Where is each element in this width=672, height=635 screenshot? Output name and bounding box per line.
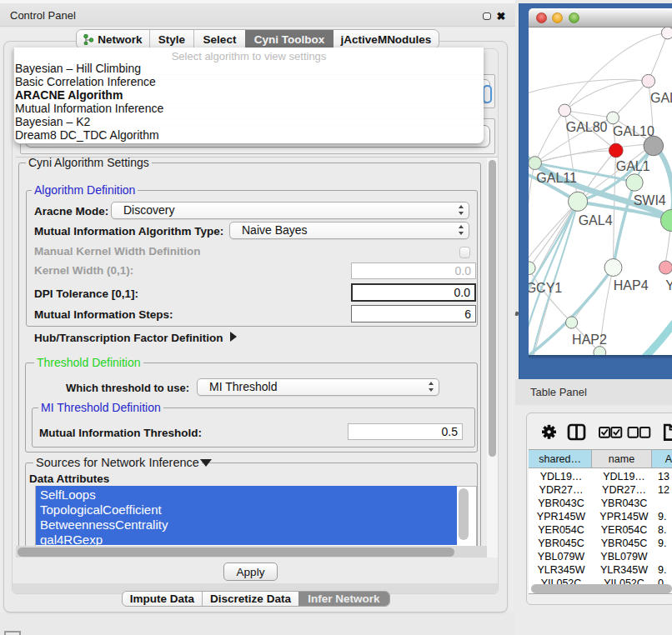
svg-text:GAL80: GAL80 [566, 120, 608, 134]
svg-text:GCY1: GCY1 [529, 281, 562, 295]
svg-text:GAL10: GAL10 [613, 124, 654, 138]
svg-text:GAL11: GAL11 [536, 171, 577, 185]
svg-text:HAP2: HAP2 [572, 332, 607, 347]
svg-text:SWI4: SWI4 [634, 193, 666, 208]
svg-text:GAL4: GAL4 [579, 213, 613, 228]
svg-text:GAL1: GAL1 [616, 159, 650, 173]
svg-text:Y: Y [665, 278, 672, 292]
svg-text:GAL: GAL [650, 91, 672, 105]
svg-text:HAP4: HAP4 [614, 278, 649, 292]
